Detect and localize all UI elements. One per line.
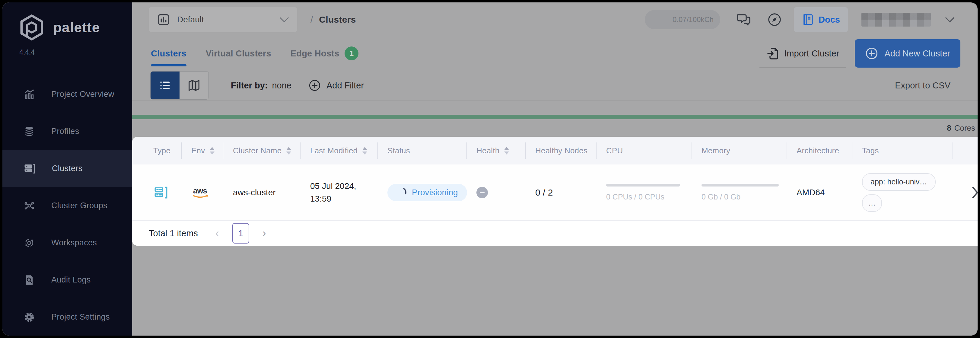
feedback-chat-icon[interactable]	[736, 13, 752, 27]
add-new-cluster-button[interactable]: Add New Cluster	[855, 39, 960, 68]
memory-usage-label: 0 Gb / 0 Gb	[702, 193, 779, 201]
previous-page-icon[interactable]: ‹	[215, 227, 219, 240]
column-header-env[interactable]: Env	[181, 137, 223, 164]
column-header-health[interactable]: Health	[466, 137, 525, 164]
cell-tags: app: hello-univ… …	[852, 173, 953, 212]
cell-last-modified: 05 Jul 2024, 13:59	[300, 180, 377, 205]
sidebar-item-label: Project Overview	[51, 89, 115, 99]
filter-by-value: none	[272, 81, 291, 91]
table-row[interactable]: aws aws-cluster 05 Jul 2024, 13:59	[132, 164, 978, 221]
column-header-cpu: CPU	[596, 137, 692, 164]
column-label: Status	[387, 146, 410, 155]
tag-pill[interactable]: app: hello-univ…	[862, 173, 935, 191]
column-label: Memory	[702, 146, 730, 155]
import-cluster-label: Import Cluster	[784, 49, 839, 59]
book-icon	[802, 13, 814, 26]
audit-logs-icon	[24, 274, 35, 286]
filter-by-label: Filter by:	[231, 81, 267, 91]
sidebar-item-clusters[interactable]: Clusters	[2, 150, 132, 187]
top-bar: Default / Clusters 0.07/100kCh	[132, 2, 978, 37]
chevron-right-icon[interactable]	[971, 186, 978, 199]
profiles-icon	[24, 126, 35, 137]
column-header-memory: Memory	[692, 137, 787, 164]
user-name-redacted[interactable]	[861, 13, 931, 27]
tab-clusters[interactable]: Clusters	[151, 37, 186, 70]
cell-actions	[953, 186, 978, 199]
add-filter-button[interactable]: Add Filter	[309, 79, 364, 92]
add-new-cluster-label: Add New Cluster	[885, 49, 950, 59]
sidebar-item-label: Project Settings	[51, 312, 110, 322]
sort-icon[interactable]	[504, 147, 509, 155]
cell-env: aws	[181, 185, 223, 200]
more-tags-pill[interactable]: …	[862, 195, 882, 212]
logo-wordmark: palette	[53, 19, 100, 36]
sidebar-item-label: Profiles	[51, 127, 79, 136]
column-label: Env	[191, 146, 205, 155]
add-filter-label: Add Filter	[326, 81, 364, 91]
cores-unit: Cores	[955, 123, 975, 133]
import-cluster-button[interactable]: Import Cluster	[767, 46, 839, 61]
tabs-row: Clusters Virtual Clusters Edge Hosts 1	[132, 37, 978, 70]
palette-logo-icon	[18, 14, 45, 41]
sidebar: palette 4.4.4 Project Overview	[2, 2, 132, 336]
column-header-healthy-nodes: Healthy Nodes	[525, 137, 596, 164]
aws-logo: aws	[191, 185, 211, 200]
list-toolbar: Filter by: none Add Filter Export to CSV	[132, 70, 978, 101]
table-header-row: Type Env Cluster Name Last Modified Stat…	[132, 137, 978, 164]
export-to-csv-button[interactable]: Export to CSV	[895, 81, 950, 91]
sort-icon[interactable]	[286, 147, 291, 155]
provisioning-spinner-icon	[395, 186, 407, 199]
clusters-icon	[24, 163, 36, 175]
page-number-button[interactable]: 1	[232, 223, 249, 244]
project-selector-value: Default	[177, 15, 204, 24]
column-header-cluster-name[interactable]: Cluster Name	[223, 137, 300, 164]
user-menu-chevron-icon[interactable]	[945, 16, 955, 23]
tab-edge-hosts[interactable]: Edge Hosts 1	[291, 37, 359, 70]
tab-label: Edge Hosts	[291, 49, 339, 59]
docs-button[interactable]: Docs	[794, 7, 848, 32]
column-label: Health	[476, 146, 500, 155]
sidebar-item-project-overview[interactable]: Project Overview	[2, 76, 132, 113]
logo: palette	[2, 2, 132, 41]
cores-value: 8	[947, 123, 951, 133]
sidebar-item-profiles[interactable]: Profiles	[2, 113, 132, 150]
plus-circle-icon	[309, 79, 321, 92]
docs-label: Docs	[819, 15, 840, 25]
sidebar-item-audit-logs[interactable]: Audit Logs	[2, 261, 132, 298]
breadcrumb-separator: /	[310, 14, 313, 25]
column-label: CPU	[606, 146, 623, 155]
spacer	[132, 101, 978, 115]
column-header-type: Type	[132, 137, 181, 164]
map-view-button[interactable]	[180, 72, 208, 99]
usage-badge: 0.07/100kCh	[645, 10, 720, 29]
cores-usage-bar	[132, 115, 978, 119]
cell-memory: 0 Gb / 0 Gb	[692, 184, 787, 201]
sidebar-item-project-settings[interactable]: Project Settings	[2, 298, 132, 336]
list-view-button[interactable]	[151, 72, 180, 99]
column-label: Last Modified	[310, 146, 358, 155]
usage-badge-value: 0.07/100kCh	[673, 15, 714, 24]
tab-virtual-clusters[interactable]: Virtual Clusters	[206, 37, 271, 70]
column-header-architecture: Architecture	[787, 137, 852, 164]
tab-label: Virtual Clusters	[206, 49, 271, 59]
health-unknown-icon	[476, 187, 488, 198]
pagination-bar: Total 1 items ‹ 1 ›	[132, 221, 978, 246]
import-file-icon	[767, 46, 779, 61]
sort-icon[interactable]	[363, 147, 367, 155]
column-header-tags: Tags	[852, 137, 953, 164]
column-label: Tags	[862, 146, 879, 155]
sidebar-item-workspaces[interactable]: Workspaces	[2, 224, 132, 261]
plus-circle-icon	[865, 47, 878, 60]
compass-icon[interactable]	[767, 13, 782, 27]
column-header-last-modified[interactable]: Last Modified	[300, 137, 377, 164]
pagination-total: Total 1 items	[149, 228, 198, 238]
sidebar-item-cluster-groups[interactable]: Cluster Groups	[2, 187, 132, 224]
breadcrumb-page: Clusters	[319, 14, 356, 25]
next-page-icon[interactable]: ›	[262, 227, 266, 240]
tab-label: Clusters	[151, 49, 186, 59]
cluster-name: aws-cluster	[233, 188, 276, 198]
sort-icon[interactable]	[210, 147, 215, 155]
project-selector[interactable]: Default	[149, 7, 297, 32]
cpu-usage-bar	[606, 184, 680, 187]
last-modified-date: 05 Jul 2024,	[310, 180, 356, 193]
